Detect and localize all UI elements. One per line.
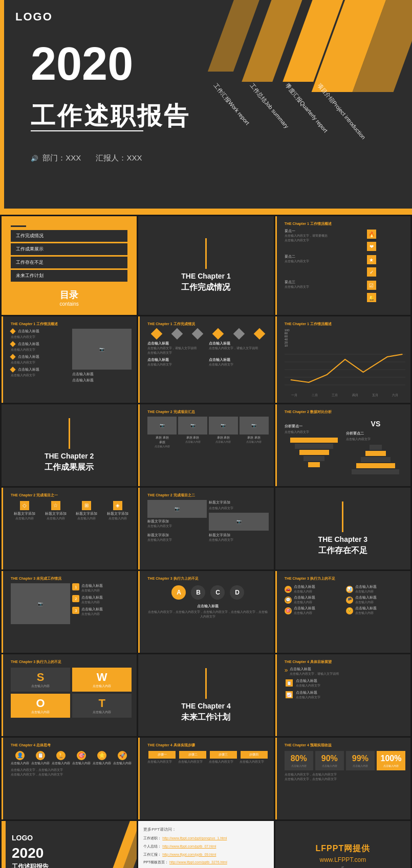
- overall-icon-3: 🏆: [56, 751, 66, 760]
- check-icon: ✓: [367, 267, 376, 277]
- proj-icon-3: ⊞: [82, 501, 91, 510]
- chapter1-intro-slide: THE Chapter 1 工作完成情况: [138, 216, 273, 315]
- footer-grid: LOGO 2020 工作述职报告 部门：XXX 更多PPT请访问： 工作述职： …: [0, 821, 412, 868]
- ch1-overview-slide: THE Chapter 1 工作情况概述 要点一 点击输入内容文字，请简要概括 …: [275, 216, 410, 315]
- photo-1: 📷: [147, 417, 177, 435]
- ch3-exec-icons-slide: THE Chapter 3 执行力上的不足 🚗 点击输入标题 点击输入内容 💬: [275, 571, 410, 653]
- chapter-accent-1: [205, 238, 207, 269]
- orange-accent-bar-15: [138, 738, 140, 819]
- chapter4-intro-slide: THE Chapter 4 未来工作计划: [138, 654, 273, 736]
- orange-accent-bar-14: [2, 738, 3, 819]
- overall-icon-4: 🎯: [77, 751, 86, 760]
- circle-a: A: [171, 585, 186, 600]
- ch2-project2-inner: THE Chapter 2 完成项目之二 📷 标题文字添加 点击输入内容文字 标…: [138, 488, 273, 569]
- exec-item-3: 🎯 点击输入标题 点击输入内容: [285, 606, 344, 615]
- chapter3-intro-inner: THE Chapter 3 工作存在不足: [275, 488, 410, 569]
- orange-accent-bar-12: [2, 654, 3, 736]
- ch2-data-inner: THE Chapter 2 数据对比分析 分析要点一 点击输入内容文字: [275, 404, 410, 486]
- chapter2-name: 工作成果展示: [45, 462, 94, 473]
- orange-accent-bar-5: [138, 404, 140, 486]
- ch1-overview-chapter-label: THE Chapter 1 工作情况概述: [285, 221, 405, 226]
- ch2-project1-inner: THE Chapter 2 完成项目之一 ◇ 标题文字添加 点击输入内容 ☆ 标…: [2, 488, 137, 569]
- pct-val-1: 80%: [286, 754, 312, 763]
- orange-accent-bar-10: [138, 571, 140, 653]
- num-badge-3: 3: [72, 607, 79, 614]
- link-url-3[interactable]: http://www.lfppt.com/pptb_09.html: [162, 853, 216, 856]
- ch1-overview-inner: THE Chapter 1 工作情况概述 要点一 点击输入内容文字，请简要概括 …: [275, 216, 410, 315]
- ch1-chart-slide: THE Chapter 1 工作情况概述 1008060402010 一月 二月…: [275, 316, 410, 403]
- percentage-grid: 80% 点击输入内容 90% 点击输入内容 99% 点击输入内容 100% 点击…: [285, 751, 405, 770]
- orange-accent-bar-7: [2, 488, 3, 569]
- diamond-icon-1: [10, 328, 15, 334]
- toc-inner: 工作完成情况 工作成果展示 工作存在不足 未来工作计划 目录 contains: [2, 216, 137, 315]
- step-cols: 步骤一 点击输入内容文字 步骤二 点击输入内容文字 步骤三 点击输入内容文字 步…: [147, 750, 268, 764]
- pct-box-3: 99% 点击输入内容: [346, 751, 375, 770]
- slides-grid: 工作完成情况 工作成果展示 工作存在不足 未来工作计划 目录 contains …: [0, 215, 412, 821]
- photo-cell-2: 📷 承担 承担 点击输入内容: [178, 417, 207, 448]
- ch4-expected-slide: THE Chapter 4 预期实现收益 80% 点击输入内容 90% 点击输入…: [275, 738, 410, 819]
- link-url-2[interactable]: http://www.lfppt.com/pptb_07.html: [162, 844, 216, 848]
- bell-icon: 🔔: [367, 293, 376, 302]
- diamond-icon-3: [10, 354, 15, 359]
- photo-cell-3: 📷 承担 承担 点击输入内容: [209, 417, 238, 448]
- ch4-steps-inner: THE Chapter 4 具体实现步骤 步骤一 点击输入内容文字 步骤二 点击…: [138, 738, 273, 819]
- toc-slide: 工作完成情况 工作成果展示 工作存在不足 未来工作计划 目录 contains: [2, 216, 137, 315]
- proj2-photo-2: 📷: [209, 513, 268, 531]
- swot-s-label: S: [14, 671, 67, 684]
- truck-icon: 🚗: [285, 586, 292, 593]
- circle-c: C: [210, 585, 225, 600]
- toc-item-2[interactable]: 工作成果展示: [11, 243, 127, 255]
- diamond-icon-2: [10, 341, 15, 347]
- pct-val-3: 99%: [347, 754, 374, 763]
- toc-item-1[interactable]: 工作完成情况: [11, 230, 127, 242]
- diamond-icon-b: [171, 328, 183, 340]
- goal-row-3: 📈 点击输入标题 点击输入内容文字: [285, 690, 405, 700]
- photo-4: 📷: [240, 417, 269, 435]
- ch4-goals-inner: THE Chapter 4 具体目标展望 » 点击输入标题 点击输入内容文字，请…: [275, 654, 410, 736]
- step-4: 步骤四: [241, 751, 268, 759]
- toc-item-3[interactable]: 工作存在不足: [11, 257, 127, 268]
- photo-3: 📷: [209, 417, 238, 435]
- exec-item-1: 🚗 点击输入标题 点击输入内容: [285, 584, 344, 594]
- link-label-3: 工作汇报：: [143, 853, 161, 856]
- exec-item-2: 💬 点击输入标题 点击输入内容: [285, 595, 344, 605]
- hero-slide: 工作汇报Work report 工作总结Job summary 季度汇报Quar…: [0, 0, 412, 215]
- chapter1-intro-inner: THE Chapter 1 工作完成情况: [138, 216, 273, 315]
- diamond-icon-d: [212, 328, 224, 340]
- ch4-expected-inner: THE Chapter 4 预期实现收益 80% 点击输入内容 90% 点击输入…: [275, 738, 410, 819]
- chapter1-name: 工作完成情况: [181, 282, 230, 293]
- pct-val-4: 100%: [378, 754, 404, 763]
- hero-dept-info: 🔊 部门：XXX 汇报人：XXX: [31, 153, 142, 163]
- ch2-project2-slide: THE Chapter 2 完成项目之二 📷 标题文字添加 点击输入内容文字 标…: [138, 488, 273, 569]
- ch3-swot-slide: THE Chapter 3 执行力上的不足 S 点击输入内容 W 点击输入内容 …: [2, 654, 137, 736]
- link-url-4[interactable]: http://www.lfppt.com/pptb_3276.html: [169, 860, 227, 864]
- chapter4-intro-inner: THE Chapter 4 未来工作计划: [138, 654, 273, 736]
- ch3-abcd-inner: THE Chapter 3 执行力上的不足 A B C D 点击输入标题 点击输…: [138, 571, 273, 653]
- ch4-goals-slide: THE Chapter 4 具体目标展望 » 点击输入标题 点击输入内容文字，请…: [275, 654, 410, 736]
- swot-w: W 点击输入内容: [72, 668, 132, 692]
- link-url-1[interactable]: http://www.lfppt.com/ppt/gongzuo_1.html: [162, 836, 227, 840]
- proj-icon-2: ☆: [51, 501, 60, 510]
- toc-item-4[interactable]: 未来工作计划: [11, 270, 127, 282]
- ch2-data-slide: THE Chapter 2 数据对比分析 分析要点一 点击输入内容文字: [275, 404, 410, 486]
- num-badge-1: 1: [72, 583, 79, 590]
- photo-cell-1: 📷 承担 承担承担 点击输入内容: [147, 417, 177, 448]
- ch1-situation-slide: THE Chapter 1 工作情况概述 点击输入标题 点击输入内容文字 点击输…: [2, 316, 137, 403]
- swot-o-label: O: [14, 697, 67, 710]
- ch4-overall-slide: THE Chapter 4 总体思考 👤 点击输入内容 📋 点击输入内容 🏆 点…: [2, 738, 137, 819]
- target-icon: 🎯: [285, 607, 292, 614]
- swot-s: S 点击输入内容: [11, 668, 70, 692]
- diagonal-text-area: 工作汇报Work report 工作总结Job summary 季度汇报Quar…: [207, 0, 412, 92]
- orange-accent-bar-16: [275, 738, 277, 819]
- orange-accent-bar-13: [275, 654, 277, 736]
- orange-accent-bar-9: [2, 571, 3, 653]
- chapter1-num: THE Chapter 1: [181, 272, 230, 280]
- orange-accent-bar-2: [2, 316, 3, 403]
- ch3-incomplete-slide: THE Chapter 3 未完成工作情况 📷 1 点击输入标题 点击输入内容: [2, 571, 137, 653]
- ch2-project1-slide: THE Chapter 2 完成项目之一 ◇ 标题文字添加 点击输入内容 ☆ 标…: [2, 488, 137, 569]
- link-label-1: 工作述职：: [143, 836, 161, 840]
- overall-icon-2: 📋: [36, 751, 45, 760]
- heart-icon: ❤: [367, 242, 376, 251]
- swot-t-label: T: [75, 697, 128, 710]
- pyramid-left: [285, 438, 344, 467]
